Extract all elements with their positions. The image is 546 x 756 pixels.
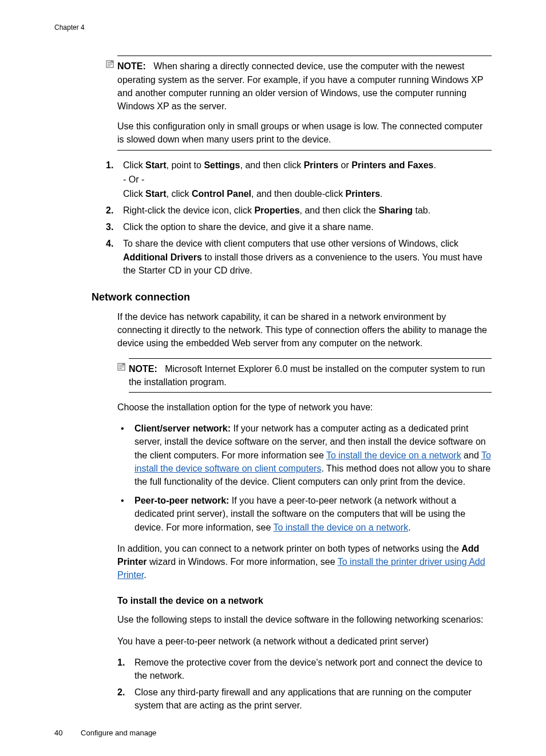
note-2-text: Microsoft Internet Explorer 6.0 must be … [129, 364, 485, 387]
note-icon [117, 362, 126, 371]
network-intro: If the device has network capability, it… [117, 310, 492, 350]
note-1-para-2: Use this configuration only in small gro… [117, 120, 492, 146]
choose-para: Choose the installation option for the t… [117, 401, 492, 414]
list-number: 2. [117, 686, 125, 699]
list-item: 3. Click the option to share the device,… [106, 220, 492, 233]
link-install-device-network[interactable]: To install the device on a network [273, 523, 408, 532]
or-line: - Or - [123, 173, 492, 186]
link-install-device-network[interactable]: To install the device on a network [326, 450, 461, 460]
bullet-icon: • [121, 494, 124, 507]
ordered-list-share: 1. Click Start, point to Settings, and t… [106, 159, 492, 278]
note-icon [106, 60, 115, 69]
p2p-line: You have a peer-to-peer network (a netwo… [117, 635, 492, 648]
note-label: NOTE: [129, 364, 157, 374]
list-number: 4. [106, 237, 113, 250]
list-item: 2. Right-click the device icon, click Pr… [106, 204, 492, 217]
subheading-install-network: To install the device on a network [117, 594, 492, 607]
ordered-list-install: 1. Remove the protective cover from the … [117, 656, 492, 713]
list-number: 2. [106, 204, 113, 217]
chapter-label: Chapter 4 [54, 23, 492, 33]
install-steps-intro: Use the following steps to install the d… [117, 613, 492, 626]
list-item: • Peer-to-peer network: If you have a pe… [117, 494, 492, 534]
page-footer: 40 Configure and manage [54, 728, 156, 739]
section-heading-network-connection: Network connection [92, 290, 492, 304]
page-number: 40 [54, 729, 62, 737]
footer-label: Configure and manage [81, 729, 156, 737]
bullet-icon: • [121, 422, 124, 435]
note-2-para: NOTE: Microsoft Internet Explorer 6.0 mu… [129, 362, 492, 389]
note-1-text-1: When sharing a directly connected device… [117, 61, 483, 111]
add-printer-para: In addition, you can connect to a networ… [117, 542, 492, 582]
note-box-1: NOTE: When sharing a directly connected … [117, 56, 492, 150]
list-item: 2. Close any third-party firewall and an… [117, 686, 492, 712]
list-number: 1. [117, 656, 125, 669]
note-label: NOTE: [117, 61, 146, 71]
note-1-para-1: NOTE: When sharing a directly connected … [117, 60, 492, 113]
list-item: 1. Remove the protective cover from the … [117, 656, 492, 682]
list-number: 1. [106, 159, 113, 172]
note-box-2: NOTE: Microsoft Internet Explorer 6.0 mu… [129, 358, 492, 393]
bullet-list-network-types: • Client/server network: If your network… [117, 422, 492, 534]
list-item: 1. Click Start, point to Settings, and t… [106, 159, 492, 201]
list-number: 3. [106, 220, 113, 233]
list-item: • Client/server network: If your network… [117, 422, 492, 488]
list-item: 4. To share the device with client compu… [106, 237, 492, 277]
